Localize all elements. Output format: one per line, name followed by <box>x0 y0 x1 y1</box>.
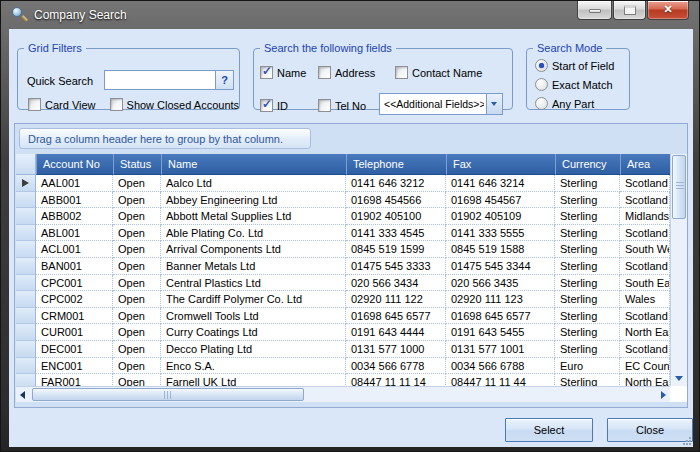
row-selector[interactable] <box>16 175 36 192</box>
close-button[interactable] <box>647 1 689 20</box>
radio-label: Exact Match <box>552 79 613 91</box>
minimize-button[interactable] <box>577 1 612 20</box>
maximize-button[interactable] <box>613 1 646 20</box>
select-button[interactable]: Select <box>505 418 593 442</box>
cell: Able Plating Co. Ltd <box>161 225 346 242</box>
column-header-telephone[interactable]: Telephone <box>346 154 446 175</box>
table-row[interactable]: ACL001OpenArrival Components Ltd0845 519… <box>16 241 670 258</box>
table-row[interactable]: ABL001OpenAble Plating Co. Ltd0141 333 4… <box>16 225 670 242</box>
checkbox-id[interactable]: ID <box>260 99 318 112</box>
column-header-name[interactable]: Name <box>161 154 346 175</box>
cell: Scotland <box>620 341 670 358</box>
radio-label: Any Part <box>552 98 594 110</box>
cell: Open <box>113 275 161 292</box>
row-selector[interactable] <box>16 225 36 242</box>
table-row[interactable]: FAR001OpenFarnell UK Ltd08447 11 11 1408… <box>16 374 670 386</box>
dialog-client-area: Grid Filters Quick Search ? Card View Sh… <box>9 29 693 447</box>
row-selector[interactable] <box>16 208 36 225</box>
radio-any-part[interactable]: Any Part <box>535 97 614 110</box>
cell: 01698 645 6577 <box>346 308 446 325</box>
maximize-icon <box>624 5 636 15</box>
cell: Scotland <box>620 225 670 242</box>
cell: Cromwell Tools Ltd <box>161 308 346 325</box>
cell: CRM001 <box>36 308 113 325</box>
card-view-checkbox[interactable]: Card View <box>28 98 96 111</box>
resize-grip[interactable] <box>681 435 691 445</box>
vertical-scrollbar[interactable] <box>670 154 687 386</box>
minimize-icon <box>589 9 601 13</box>
cell: CPC001 <box>36 275 113 292</box>
additional-fields-dropdown[interactable]: <<Additional Fields>> <box>379 93 503 115</box>
checkbox-name[interactable]: Name <box>260 66 318 79</box>
scroll-down-arrow-icon[interactable] <box>675 376 683 381</box>
row-selector[interactable] <box>16 324 36 341</box>
cell: 0131 577 1000 <box>346 341 446 358</box>
chevron-down-icon[interactable] <box>486 94 502 114</box>
column-header-currency[interactable]: Currency <box>555 154 620 175</box>
cell: 01902 405100 <box>346 208 446 225</box>
checkbox-icon <box>28 98 41 111</box>
group-by-hint-bar: Drag a column header here to group by th… <box>19 128 311 149</box>
table-row[interactable]: ABB002OpenAbbott Metal Supplies Ltd01902… <box>16 208 670 225</box>
window-title: Company Search <box>34 8 127 22</box>
horizontal-scrollbar[interactable] <box>16 386 670 402</box>
search-mode-group: Search Mode Start of FieldExact MatchAny… <box>526 42 630 110</box>
scroll-right-arrow-icon[interactable] <box>661 391 666 399</box>
cell: 08447 11 11 14 <box>346 374 446 386</box>
checkbox-contact-name[interactable]: Contact Name <box>395 66 482 79</box>
quick-search-input[interactable] <box>104 70 216 90</box>
cell: ENC001 <box>36 358 113 375</box>
cell: DEC001 <box>36 341 113 358</box>
cell: ABB002 <box>36 208 113 225</box>
cell: Scotland <box>620 175 670 192</box>
table-row[interactable]: ENC001OpenEnco S.A.0034 566 67780034 566… <box>16 358 670 375</box>
cell: 0131 577 1001 <box>446 341 555 358</box>
table-row[interactable]: CPC001OpenCentral Plastics Ltd020 566 34… <box>16 275 670 292</box>
checkbox-address[interactable]: Address <box>318 66 395 79</box>
checkbox-label: ID <box>277 100 288 112</box>
cell: South We <box>620 241 670 258</box>
row-selector[interactable] <box>16 308 36 325</box>
table-row[interactable]: CRM001OpenCromwell Tools Ltd01698 645 65… <box>16 308 670 325</box>
column-header-fax[interactable]: Fax <box>446 154 555 175</box>
row-selector[interactable] <box>16 275 36 292</box>
table-row[interactable]: AAL001OpenAalco Ltd0141 646 32120141 646… <box>16 175 670 192</box>
titlebar[interactable]: Company Search <box>1 1 699 29</box>
row-selector[interactable] <box>16 358 36 375</box>
cell: Sterling <box>555 258 620 275</box>
show-closed-accounts-checkbox[interactable]: Show Closed Accounts <box>110 98 240 111</box>
cell: Open <box>113 241 161 258</box>
table-row[interactable]: DEC001OpenDecco Plating Ltd0131 577 1000… <box>16 341 670 358</box>
quick-search-help-button[interactable]: ? <box>215 70 234 90</box>
radio-icon <box>535 59 548 72</box>
column-header-area[interactable]: Area <box>620 154 670 175</box>
table-row[interactable]: CPC002OpenThe Cardiff Polymer Co. Ltd029… <box>16 291 670 308</box>
cell: Abbott Metal Supplies Ltd <box>161 208 346 225</box>
scroll-left-arrow-icon[interactable] <box>20 391 25 399</box>
row-selector[interactable] <box>16 192 36 209</box>
row-selector[interactable] <box>16 258 36 275</box>
cell: Sterling <box>555 208 620 225</box>
table-row[interactable]: BAN001OpenBanner Metals Ltd01475 545 333… <box>16 258 670 275</box>
checkbox-icon <box>260 99 273 112</box>
cell: CUR001 <box>36 324 113 341</box>
checkbox-label: Contact Name <box>412 67 482 79</box>
column-header-status[interactable]: Status <box>113 154 161 175</box>
row-selector[interactable] <box>16 241 36 258</box>
cell: Abbey Engineering Ltd <box>161 192 346 209</box>
show-closed-accounts-label: Show Closed Accounts <box>127 99 240 111</box>
cell: BAN001 <box>36 258 113 275</box>
radio-exact-match[interactable]: Exact Match <box>535 78 614 91</box>
table-row[interactable]: CUR001OpenCurry Coatings Ltd0191 643 444… <box>16 324 670 341</box>
column-header-account-no[interactable]: Account No <box>36 154 113 175</box>
row-selector[interactable] <box>16 291 36 308</box>
row-selector[interactable] <box>16 374 36 386</box>
row-selector[interactable] <box>16 341 36 358</box>
cell: 0034 566 6788 <box>446 358 555 375</box>
horizontal-scrollbar-thumb[interactable] <box>32 388 304 401</box>
table-row[interactable]: ABB001OpenAbbey Engineering Ltd01698 454… <box>16 192 670 209</box>
vertical-scrollbar-thumb[interactable] <box>672 155 686 219</box>
cell: Open <box>113 374 161 386</box>
cell: 0845 519 1599 <box>346 241 446 258</box>
radio-start-of-field[interactable]: Start of Field <box>535 59 614 72</box>
